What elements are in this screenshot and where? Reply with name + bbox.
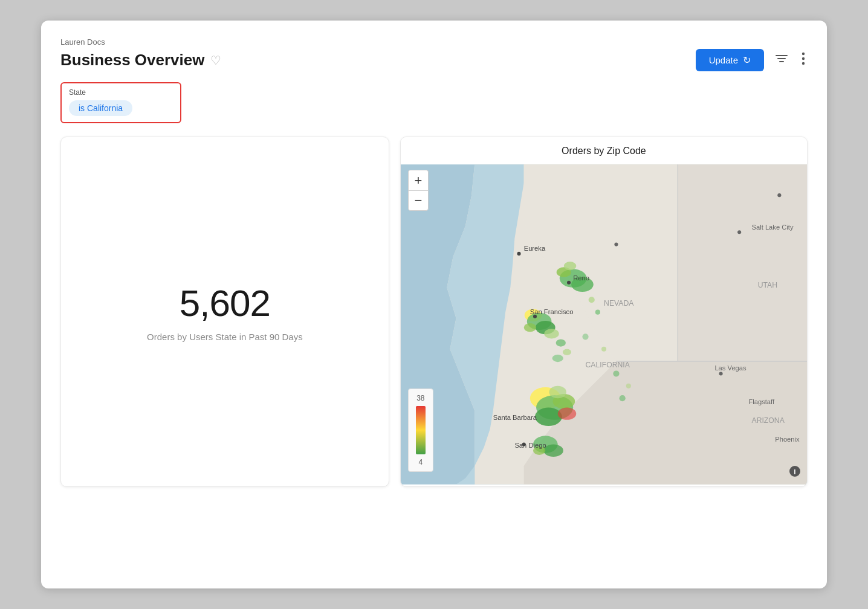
zoom-out-button[interactable]: −: [408, 190, 429, 211]
svg-point-22: [544, 329, 559, 338]
svg-point-31: [558, 407, 577, 419]
meta-label: Lauren Docs: [60, 37, 105, 47]
legend-min-value: 4: [418, 458, 423, 466]
svg-point-46: [737, 230, 741, 234]
content-row: 5,602 Orders by Users State in Past 90 D…: [60, 137, 808, 487]
svg-text:Reno: Reno: [573, 274, 589, 282]
heart-icon[interactable]: ♡: [210, 53, 221, 68]
metric-card: 5,602 Orders by Users State in Past 90 D…: [60, 137, 389, 487]
refresh-icon: ↻: [743, 54, 751, 66]
svg-text:Las Vegas: Las Vegas: [714, 364, 747, 372]
svg-point-38: [601, 347, 606, 352]
svg-text:Santa Barbara: Santa Barbara: [493, 414, 537, 421]
svg-point-39: [613, 370, 619, 376]
page-title: Business Overview: [60, 51, 204, 69]
svg-text:i: i: [794, 468, 795, 476]
svg-text:Eureka: Eureka: [524, 245, 546, 252]
svg-point-23: [555, 339, 565, 346]
map-info-icon[interactable]: i: [789, 465, 801, 480]
svg-point-5: [802, 62, 805, 65]
zoom-out-label: −: [414, 193, 422, 208]
filter-label: State: [69, 88, 173, 97]
map-title: Orders by Zip Code: [401, 137, 807, 163]
header-row: Business Overview ♡ Update ↻: [60, 49, 808, 71]
svg-text:ARIZONA: ARIZONA: [751, 416, 785, 425]
legend-color-bar: [416, 406, 426, 454]
more-options-button[interactable]: [799, 50, 808, 71]
map-background: Eureka Reno San Francisco NEVADA CALIFOR…: [401, 163, 807, 486]
svg-text:Phoenix: Phoenix: [775, 436, 800, 443]
svg-point-35: [588, 297, 594, 303]
svg-point-40: [626, 384, 631, 388]
header-title-group: Business Overview ♡: [60, 51, 221, 69]
svg-text:CALIFORNIA: CALIFORNIA: [585, 361, 630, 369]
svg-point-24: [563, 349, 571, 355]
header-actions: Update ↻: [696, 49, 808, 71]
svg-point-43: [567, 281, 571, 285]
svg-point-48: [719, 372, 722, 375]
svg-point-36: [595, 310, 600, 315]
map-controls: + −: [408, 170, 429, 211]
filter-section: State is California: [60, 82, 808, 123]
map-legend: 38 4: [408, 388, 433, 472]
metric-value: 5,602: [180, 282, 270, 324]
main-window: Lauren Docs Business Overview ♡ Update ↻: [41, 21, 827, 588]
svg-point-4: [802, 57, 805, 60]
zoom-in-label: +: [414, 173, 422, 188]
svg-point-21: [524, 323, 536, 332]
svg-point-25: [552, 355, 563, 362]
map-container: Eureka Reno San Francisco NEVADA CALIFOR…: [401, 163, 807, 486]
filter-icon-button[interactable]: [772, 51, 791, 69]
map-card: Orders by Zip Code: [400, 137, 808, 487]
header-meta: Lauren Docs: [60, 37, 808, 47]
svg-point-30: [549, 386, 566, 398]
svg-point-17: [564, 262, 576, 270]
svg-point-3: [802, 53, 805, 55]
svg-text:San Diego: San Diego: [514, 442, 546, 449]
svg-point-37: [582, 334, 588, 340]
filter-icon: [775, 53, 788, 67]
svg-point-28: [535, 407, 562, 426]
zoom-in-button[interactable]: +: [408, 170, 429, 190]
svg-text:UTAH: UTAH: [758, 281, 777, 289]
svg-point-49: [777, 193, 781, 197]
svg-point-47: [614, 243, 618, 246]
svg-point-33: [543, 445, 563, 457]
svg-text:NEVADA: NEVADA: [604, 299, 634, 308]
metric-description: Orders by Users State in Past 90 Days: [147, 332, 303, 342]
update-button[interactable]: Update ↻: [696, 49, 764, 71]
svg-point-42: [517, 252, 520, 256]
svg-text:Flagstaff: Flagstaff: [748, 398, 775, 405]
more-icon: [802, 52, 805, 68]
legend-max-value: 38: [416, 394, 424, 402]
svg-point-41: [619, 395, 625, 401]
svg-marker-10: [678, 164, 807, 361]
update-button-label: Update: [709, 55, 738, 65]
svg-text:Salt Lake City: Salt Lake City: [751, 224, 793, 231]
filter-box: State is California: [60, 82, 181, 123]
filter-chip[interactable]: is California: [69, 100, 132, 116]
svg-text:San Francisco: San Francisco: [530, 308, 574, 315]
